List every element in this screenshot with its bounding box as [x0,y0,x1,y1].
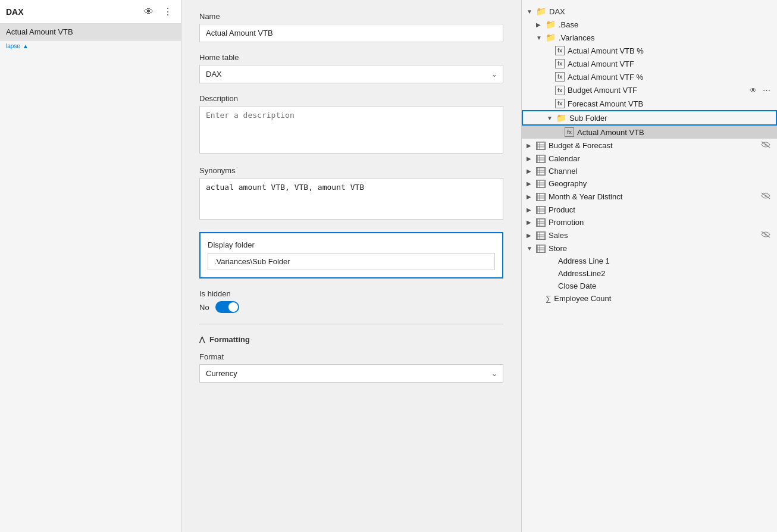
tree-item-product[interactable]: ▶Product [522,204,777,216]
hide-icon-sales[interactable] [759,230,772,240]
is-hidden-toggle[interactable] [215,301,239,313]
collapse-link[interactable]: lapse ▲ [0,40,181,52]
hide-icon-budget-forecast[interactable] [759,140,772,151]
left-panel: DAX 👁 ⋮ Actual Amount VTB lapse ▲ [0,0,181,532]
tree-label-address-line-1: Address Line 1 [558,256,772,265]
tree-item-store[interactable]: ▼Store [522,242,777,255]
chevron-store: ▼ [527,245,536,252]
table-icon-sales [536,231,546,240]
chevron-dax-root: ▼ [527,8,536,15]
description-textarea[interactable] [199,106,503,154]
tree-label-budget-amount-vtf: Budget Amount VTF [568,86,748,95]
tree-item-actual-amount-vtf-pct[interactable]: fxActual Amount VTF % [522,70,777,83]
tree-item-promotion[interactable]: ▶Promotion [522,216,777,229]
left-panel-title: DAX [6,7,24,17]
tree-item-actual-amount-vtb[interactable]: fxActual Amount VTB [522,126,777,139]
table-icon-geography [536,180,546,188]
display-folder-input[interactable] [208,253,495,270]
format-select[interactable]: Currency [199,364,503,383]
tree-item-sales[interactable]: ▶Sales [522,229,777,242]
folder-icon-dax-root: 📁 [536,7,546,16]
tree-label-budget-forecast: Budget & Forecast [549,141,759,150]
svg-point-4 [765,144,767,146]
format-group: Format Currency ⌄ [199,352,503,383]
tree-label-employee-count: Employee Count [554,294,772,303]
name-input[interactable] [199,24,503,42]
tree-item-variances[interactable]: ▼📁.Variances [522,31,777,44]
toggle-slider [215,301,239,313]
formatting-label: Formatting [209,335,250,344]
table-icon-channel [536,167,546,176]
name-group: Name [199,12,503,42]
is-hidden-section: Is hidden No [199,289,503,313]
left-header: DAX 👁 ⋮ [0,0,181,24]
tree-item-close-date[interactable]: Close Date [522,280,777,292]
tree-item-address-line-1[interactable]: Address Line 1 [522,255,777,267]
tree-label-calendar: Calendar [549,154,772,163]
selected-item-label: Actual Amount VTB [0,24,181,40]
table-icon-promotion [536,218,546,227]
measure-icon-forecast-amount-vtb: fx [555,99,565,108]
sigma-icon-employee-count: ∑ [546,294,551,303]
description-label: Description [199,94,503,103]
eye-action-icon-budget-amount-vtf[interactable]: 👁 [748,86,759,95]
chevron-budget-forecast: ▶ [527,142,536,149]
chevron-sub-folder: ▼ [547,115,556,121]
tree-item-calendar[interactable]: ▶Calendar [522,152,777,165]
display-folder-section: Display folder [199,232,503,278]
tree-item-geography[interactable]: ▶Geography [522,177,777,190]
svg-rect-26 [537,219,544,226]
collapse-text: lapse [6,43,20,49]
folder-icon-variances: 📁 [546,33,556,42]
tree-label-month-year: Month & Year Distinct [549,192,759,201]
chevron-sales: ▶ [527,232,536,239]
tree-item-sub-folder[interactable]: ▼📁Sub Folder [522,110,777,126]
tree-label-close-date: Close Date [558,281,772,290]
home-table-select[interactable]: DAX [199,65,503,83]
action-icons-budget-amount-vtf: 👁⋯ [748,85,772,95]
measure-icon-actual-amount-vtb-pct: fx [555,46,565,55]
tree-label-base: .Base [559,20,772,29]
name-label: Name [199,12,503,21]
tree-label-actual-amount-vtf-pct: Actual Amount VTF % [568,73,772,82]
tree-label-promotion: Promotion [549,218,772,227]
tree-label-forecast-amount-vtb: Forecast Amount VTB [568,99,772,108]
is-hidden-label: Is hidden [199,289,503,298]
svg-rect-0 [537,142,544,149]
tree-label-actual-amount-vtb-pct: Actual Amount VTB % [568,46,772,55]
tree-item-actual-amount-vtf[interactable]: fxActual Amount VTF [522,57,777,70]
eye-icon-button[interactable]: 👁 [142,5,156,18]
tree-item-actual-amount-vtb-pct[interactable]: fxActual Amount VTB % [522,44,777,57]
tree-item-month-year[interactable]: ▶Month & Year Distinct [522,190,777,204]
tree-item-dax-root[interactable]: ▼📁DAX [522,5,777,18]
synonyms-group: Synonyms actual amount VTB, VTB, amount … [199,166,503,221]
tree-label-sales: Sales [549,231,759,240]
tree-item-address-line-2[interactable]: AddressLine2 [522,267,777,280]
more-action-icon-budget-amount-vtf[interactable]: ⋯ [761,85,772,95]
hide-icon-month-year[interactable] [759,192,772,202]
svg-rect-22 [537,206,544,214]
tree-item-forecast-amount-vtb[interactable]: fxForecast Amount VTB [522,97,777,110]
tree-label-actual-amount-vtf: Actual Amount VTF [568,60,772,68]
tree-item-budget-amount-vtf[interactable]: fxBudget Amount VTF👁⋯ [522,83,777,97]
tree-item-employee-count[interactable]: ∑Employee Count [522,292,777,305]
collapse-chevron: ▲ [23,43,29,49]
tree-item-base[interactable]: ▶📁.Base [522,18,777,31]
tree-item-channel[interactable]: ▶Channel [522,165,777,177]
section-divider [199,324,503,324]
table-icon-product [536,206,546,214]
toggle-row: No [199,301,503,313]
display-folder-label: Display folder [208,240,495,249]
tree-item-budget-forecast[interactable]: ▶Budget & Forecast [522,139,777,152]
chevron-geography: ▶ [527,180,536,187]
more-options-button[interactable]: ⋮ [161,5,175,18]
formatting-chevron-icon: ⋀ [199,336,205,343]
tree-label-product: Product [549,205,772,214]
folder-icon-base: 📁 [546,20,556,29]
chevron-product: ▶ [527,206,536,213]
toggle-no-label: No [199,303,209,312]
synonyms-textarea[interactable]: actual amount VTB, VTB, amount VTB [199,178,503,220]
tree-label-store: Store [549,244,772,253]
tree-label-channel: Channel [549,167,772,176]
table-icon-store [536,245,546,253]
